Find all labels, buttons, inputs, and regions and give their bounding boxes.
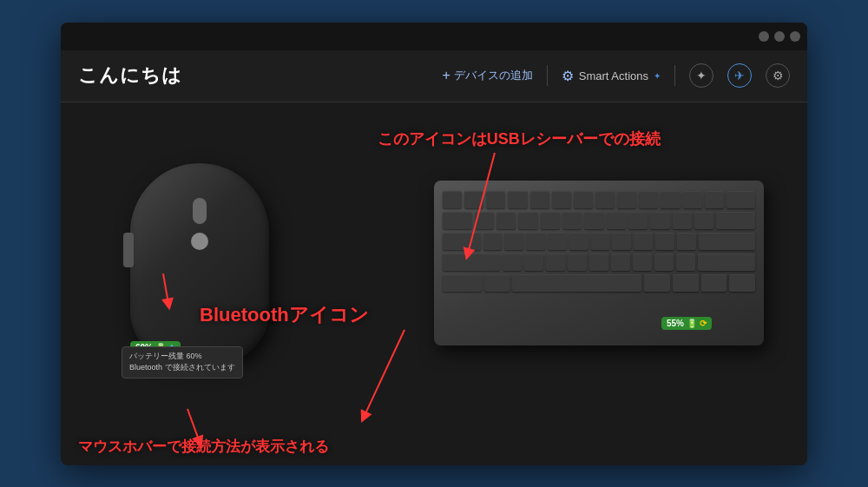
key — [443, 274, 482, 292]
airplane-icon: ✈ — [734, 69, 745, 82]
key — [654, 253, 674, 271]
key — [591, 233, 610, 250]
key — [676, 253, 695, 271]
key — [683, 191, 702, 208]
mouse-body — [130, 163, 269, 363]
key — [595, 191, 615, 208]
plus-icon: + — [442, 68, 450, 83]
header-divider-2 — [674, 65, 675, 86]
key-row-3 — [443, 233, 755, 250]
airplane-button[interactable]: ✈ — [727, 63, 752, 88]
header: こんにちは + デバイスの追加 ⚙ Smart Actions ✦ ✦ ✈ ⚙ — [61, 50, 807, 102]
key — [607, 212, 626, 229]
key — [443, 191, 462, 208]
key — [562, 212, 582, 229]
key — [569, 233, 589, 250]
mouse-tooltip-line1: バッテリー残量 60% — [129, 351, 235, 363]
key — [518, 212, 537, 229]
titlebar — [61, 23, 807, 50]
key — [503, 253, 522, 271]
key — [639, 191, 658, 208]
mouse-tooltip-line2: Bluetooth で接続されています — [129, 362, 235, 374]
minimize-button[interactable] — [759, 31, 769, 42]
key — [673, 274, 699, 292]
key-row-2 — [443, 212, 755, 229]
annotation-bluetooth-text: Bluetoothアイコン — [200, 302, 369, 328]
key — [677, 233, 696, 250]
key — [698, 253, 755, 271]
key — [612, 233, 631, 250]
key-space — [512, 274, 641, 292]
mouse-logo — [191, 233, 208, 250]
key — [443, 212, 472, 229]
keyboard-battery-percent: 55% — [667, 319, 684, 328]
settings-icon: ⚙ — [773, 69, 784, 82]
key — [483, 233, 503, 250]
close-button[interactable] — [790, 31, 800, 42]
key — [633, 253, 652, 271]
key — [552, 191, 571, 208]
mouse-side-button — [123, 233, 134, 267]
smart-actions-label: Smart Actions — [579, 69, 648, 82]
key — [484, 274, 510, 292]
key — [504, 233, 523, 250]
add-device-button[interactable]: + デバイスの追加 — [442, 68, 532, 83]
page-title: こんにちは — [78, 63, 442, 89]
flow-button[interactable]: ✦ — [689, 63, 713, 88]
main-content: このアイコンはUSBレシーバーでの接続 60% 🔋 ✦ バッテリー残量 60% … — [61, 102, 807, 465]
key-row-4 — [443, 253, 755, 271]
key — [526, 233, 545, 250]
key — [699, 233, 755, 250]
annotation-usb-text: このアイコンはUSBレシーバーでの接続 — [378, 128, 661, 149]
key — [530, 191, 549, 208]
key — [524, 253, 543, 271]
settings-button[interactable]: ⚙ — [766, 63, 790, 88]
key — [661, 191, 680, 208]
key — [644, 274, 670, 292]
key — [584, 212, 603, 229]
keyboard-rows — [443, 191, 755, 292]
smart-actions-icon: ⚙ — [562, 68, 574, 84]
keyboard-battery-badge: 55% 🔋 ⟳ — [661, 317, 712, 330]
key — [568, 253, 587, 271]
smart-actions-badge: ✦ — [654, 71, 661, 81]
key — [548, 233, 567, 250]
key-row-5 — [443, 274, 755, 292]
key — [589, 253, 608, 271]
key — [650, 212, 669, 229]
key — [574, 191, 593, 208]
key — [694, 212, 713, 229]
keyboard-usb-icon: ⟳ — [700, 319, 707, 328]
key — [486, 191, 505, 208]
smart-actions-button[interactable]: ⚙ Smart Actions ✦ — [562, 68, 661, 84]
mouse-device: 60% 🔋 ✦ バッテリー残量 60% Bluetooth で接続されています — [113, 163, 286, 389]
key — [496, 212, 516, 229]
flow-icon: ✦ — [696, 69, 707, 82]
key — [611, 253, 630, 271]
header-divider-1 — [547, 65, 548, 86]
key — [716, 212, 755, 229]
maximize-button[interactable] — [774, 31, 785, 42]
key — [673, 212, 692, 229]
key — [634, 233, 653, 250]
key — [617, 191, 636, 208]
app-window: こんにちは + デバイスの追加 ⚙ Smart Actions ✦ ✦ ✈ ⚙ — [61, 23, 807, 465]
key-row-1 — [443, 191, 755, 208]
key — [705, 191, 724, 208]
key — [541, 212, 560, 229]
mouse-tooltip: バッテリー残量 60% Bluetooth で接続されています — [122, 346, 243, 378]
mouse-scroll-wheel — [193, 198, 207, 224]
key — [729, 274, 755, 292]
keyboard-battery-icon: 🔋 — [687, 319, 697, 328]
bottom-annotation-row: マウスホバーで接続方法が表示される — [61, 437, 807, 457]
key — [443, 233, 481, 250]
key — [546, 253, 565, 271]
key — [701, 274, 727, 292]
keyboard-body: 55% 🔋 ⟳ — [434, 181, 764, 346]
arrow-bluetooth — [364, 329, 405, 417]
keyboard-device: 55% 🔋 ⟳ — [434, 181, 764, 372]
header-actions: + デバイスの追加 ⚙ Smart Actions ✦ ✦ ✈ ⚙ — [442, 63, 790, 88]
key — [628, 212, 648, 229]
add-device-label: デバイスの追加 — [454, 68, 533, 83]
key — [727, 191, 755, 208]
